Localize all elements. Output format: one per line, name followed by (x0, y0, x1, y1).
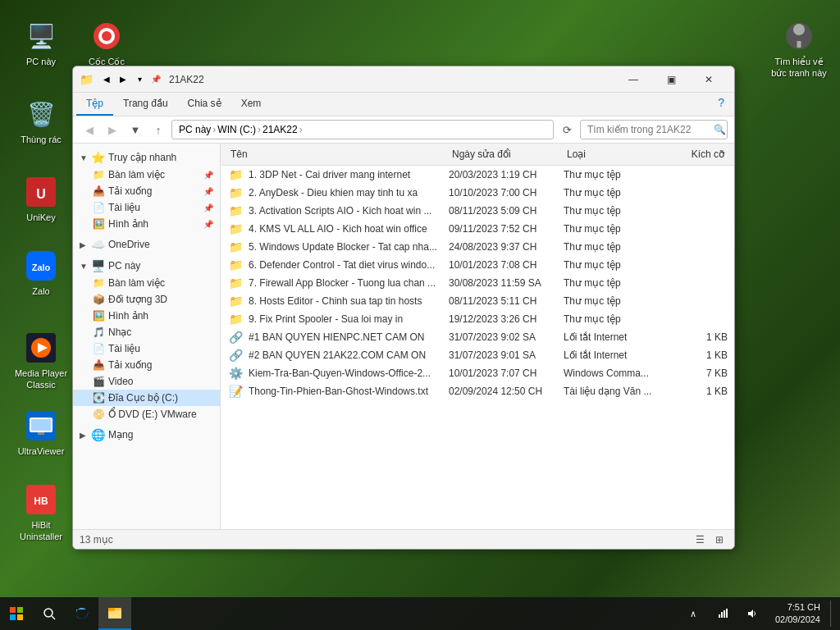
nav-tai-xuong[interactable]: 📥 Tải xuống (73, 357, 220, 373)
close-button[interactable]: ✕ (690, 66, 728, 93)
file-row[interactable]: ⚙️ Kiem-Tra-Ban-Quyen-Windows-Office-2..… (221, 364, 734, 382)
tab-trang-dau[interactable]: Trang đầu (113, 93, 178, 116)
window-title: 21AK22 (169, 74, 614, 85)
svg-text:HB: HB (34, 495, 48, 507)
pin-quick-btn[interactable]: 📌 (149, 73, 162, 86)
desktop-icon-tim-hieu[interactable]: Tìm hiểu về bức tranh này (766, 16, 832, 83)
taskbar-volume-icon[interactable] (739, 600, 765, 627)
file-type: Thư mục tệp (564, 313, 670, 325)
desktop-icon-hibit[interactable]: HB HiBit Uninstaller (8, 480, 74, 546)
quick-access-arrow: ▼ (80, 153, 88, 162)
taskbar-search-button[interactable] (33, 597, 66, 630)
col-header-date[interactable]: Ngày sửa đổi (449, 147, 564, 162)
file-row[interactable]: 📁 4. KMS VL ALL AIO - Kich hoat win offi… (221, 220, 734, 238)
col-header-type[interactable]: Loại (564, 147, 670, 162)
file-type: Thư mục tệp (564, 259, 670, 271)
mang-arrow: ▶ (80, 431, 88, 440)
taskbar-clock[interactable]: 7:51 CH 02/09/2024 (769, 601, 827, 627)
folder-icon: 📥 (93, 359, 105, 371)
folder-icon: 📁 (80, 73, 94, 86)
maximize-button[interactable]: ▣ (652, 66, 690, 93)
pc-nay-icon: 🖥️ (91, 259, 105, 272)
search-input[interactable] (587, 124, 710, 135)
pin-icon: 📌 (203, 187, 213, 196)
tab-chia-se[interactable]: Chia sẻ (178, 93, 231, 116)
taskbar-right: ∧ 7:51 CH 02/09/2024 (680, 600, 840, 627)
desktop-icon-ultraviewer[interactable]: UltraViewer (8, 406, 74, 460)
file-row[interactable]: 📁 1. 3DP Net - Cai driver mang internet … (221, 166, 734, 184)
clock-time: 7:51 CH (775, 601, 820, 614)
file-type: Windows Comma... (564, 368, 670, 379)
nav-tai-lieu-quick[interactable]: 📄 Tài liệu 📌 (73, 199, 220, 216)
nav-tai-lieu[interactable]: 📄 Tài liệu (73, 340, 220, 357)
back-button[interactable]: ◀ (80, 120, 99, 139)
file-row[interactable]: 📁 5. Windows Update Blocker - Tat cap nh… (221, 238, 734, 256)
desktop-icon-coc-coc[interactable]: Cốc Cốc (74, 16, 139, 71)
minimize-button[interactable]: — (614, 66, 652, 93)
up-button[interactable]: ↑ (148, 120, 168, 139)
window-controls: — ▣ ✕ (614, 66, 728, 93)
address-path[interactable]: PC này › WIN (C:) › 21AK22 › (171, 120, 554, 139)
onedrive-header[interactable]: ▶ ☁️ OneDrive (73, 235, 220, 253)
file-date: 19/12/2023 3:26 CH (449, 313, 564, 325)
folder-icon: 📁 (227, 294, 244, 308)
quick-access-header[interactable]: ▼ ⭐ Truy cập nhanh (73, 148, 220, 167)
forward-quick-btn[interactable]: ▶ (116, 73, 130, 86)
file-row[interactable]: 📁 2. AnyDesk - Dieu khien may tinh tu xa… (221, 184, 734, 202)
nav-dia-cuc-bo[interactable]: 💽 Đĩa Cục bộ (C:) (73, 390, 220, 406)
file-name: 5. Windows Update Blocker - Tat cap nha.… (249, 241, 449, 253)
desktop-icon-zalo[interactable]: Zalo Zalo (8, 246, 74, 300)
nav-video[interactable]: 🎬 Video (73, 373, 220, 390)
desktop-icon-pc-nay[interactable]: 🖥️ PC này (8, 16, 74, 71)
nav-pane: ▼ ⭐ Truy cập nhanh 📁 Bàn làm việc 📌 📥 Tả… (73, 144, 221, 529)
file-row[interactable]: 📁 9. Fix Print Spooler - Sua loi may in … (221, 310, 734, 328)
nav-hinh-anh[interactable]: 🖼️ Hình ảnh (73, 308, 220, 324)
nav-hinh-anh-quick[interactable]: 🖼️ Hình ảnh 📌 (73, 216, 220, 232)
path-sep-1: › (212, 124, 216, 135)
desktop-icon-media-player[interactable]: Media Player Classic (8, 328, 74, 395)
search-box[interactable]: 🔍 (580, 120, 728, 139)
file-row[interactable]: 🔗 #1 BAN QUYEN HIENPC.NET CAM ON 31/07/2… (221, 328, 734, 346)
nav-tai-xuong-quick[interactable]: 📥 Tải xuống 📌 (73, 183, 220, 199)
col-header-size[interactable]: Kích cỡ (670, 147, 728, 162)
path-sep-2: › (258, 124, 261, 135)
nav-nhac[interactable]: 🎵 Nhạc (73, 324, 220, 340)
tab-tep[interactable]: Tệp (76, 93, 113, 116)
down-quick-btn[interactable]: ▾ (133, 73, 146, 86)
back-quick-btn[interactable]: ◀ (100, 73, 113, 86)
unikey-icon: U (25, 176, 57, 208)
forward-button[interactable]: ▶ (103, 120, 122, 139)
taskbar-chevron[interactable]: ∧ (680, 600, 706, 627)
nav-ban-lam-viec[interactable]: 📁 Bàn làm việc (73, 275, 220, 291)
desktop-icon-thung-rac[interactable]: 🗑️ Thùng rác (8, 94, 74, 148)
taskbar-explorer-button[interactable] (98, 597, 131, 630)
taskbar-edge-button[interactable] (66, 597, 98, 630)
desktop-icon-unikey[interactable]: U UniKey (8, 172, 74, 226)
file-type: Thư mục tệp (564, 295, 670, 307)
pc-nay-section: ▼ 🖥️ PC này 📁 Bàn làm việc 📦 Đối tượng 3… (73, 255, 220, 424)
taskbar-show-desktop[interactable] (830, 600, 833, 627)
pc-nay-icon: 🖥️ (25, 20, 57, 52)
file-row[interactable]: 📝 Thong-Tin-Phien-Ban-Ghost-Windows.txt … (221, 382, 734, 400)
refresh-button[interactable]: ⟳ (557, 120, 577, 139)
ribbon-help-button[interactable]: ? (711, 93, 731, 116)
file-row[interactable]: 📁 3. Activation Scripts AIO - Kich hoat … (221, 202, 734, 220)
nav-label: Nhạc (108, 326, 131, 338)
nav-ban-lam-viec-quick[interactable]: 📁 Bàn làm việc 📌 (73, 167, 220, 183)
mang-header[interactable]: ▶ 🌐 Mạng (73, 426, 220, 444)
pc-nay-header[interactable]: ▼ 🖥️ PC này (73, 257, 220, 275)
file-row[interactable]: 📁 8. Hosts Editor - Chinh sua tap tin ho… (221, 292, 734, 310)
nav-doi-tuong-3d[interactable]: 📦 Đối tượng 3D (73, 291, 220, 308)
start-button[interactable] (0, 597, 33, 630)
file-row[interactable]: 🔗 #2 BAN QUYEN 21AK22.COM CAM ON 31/07/2… (221, 346, 734, 364)
mang-label: Mạng (108, 429, 133, 441)
tab-xem[interactable]: Xem (231, 93, 272, 116)
file-row[interactable]: 📁 7. Firewall App Blocker - Tuong lua ch… (221, 274, 734, 292)
recent-button[interactable]: ▼ (126, 120, 145, 139)
large-icons-view-button[interactable]: ⊞ (711, 532, 728, 548)
taskbar-network-icon[interactable] (710, 600, 736, 627)
file-row[interactable]: 📁 6. Defender Control - Tat diet virus w… (221, 256, 734, 274)
details-view-button[interactable]: ☰ (692, 532, 708, 548)
col-header-name[interactable]: Tên (227, 147, 449, 162)
nav-dvd[interactable]: 📀 Ổ DVD (E:) VMware (73, 406, 220, 422)
